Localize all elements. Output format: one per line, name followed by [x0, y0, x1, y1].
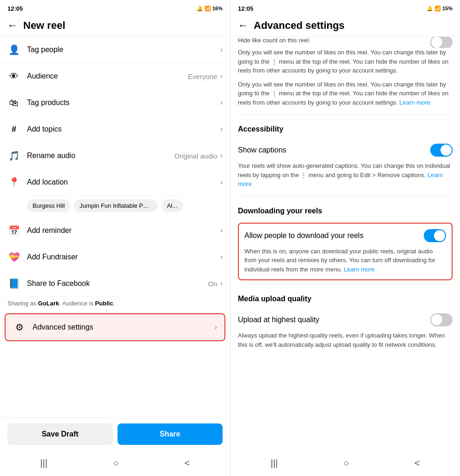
accessibility-title: Accessibility — [238, 118, 453, 137]
nav-lines-left[interactable]: ||| — [40, 458, 48, 469]
menu-item-add-fundraiser[interactable]: 💝 Add Fundraiser › — [0, 244, 230, 271]
audience-icon: 👁 — [7, 70, 20, 83]
downloading-title: Downloading your reels — [238, 199, 453, 219]
audience-value: Everyone — [188, 73, 217, 80]
menu-item-add-topics[interactable]: # Add topics › — [0, 116, 230, 143]
add-topics-label: Add topics — [27, 125, 220, 133]
divider-3 — [238, 284, 453, 284]
menu-item-tag-products[interactable]: 🛍 Tag products › — [0, 90, 230, 116]
menu-item-tag-people[interactable]: 👤 Tag people › — [0, 37, 230, 63]
divider-2 — [238, 196, 453, 197]
menu-item-audience[interactable]: 👁 Audience Everyone › — [0, 63, 230, 90]
nav-circle-left[interactable]: ○ — [113, 458, 118, 469]
menu-item-advanced-settings[interactable]: ⚙ Advanced settings › — [5, 313, 225, 341]
add-topics-icon: # — [7, 123, 20, 136]
learn-more-2-link[interactable]: Learn more — [238, 172, 443, 188]
battery-pct-right: 15% — [442, 6, 453, 11]
allow-download-toggle[interactable] — [424, 229, 446, 242]
share-facebook-icon: 📘 — [7, 277, 20, 290]
location-tag-1[interactable]: Burgess Hill — [27, 199, 70, 212]
rename-audio-icon: 🎵 — [7, 149, 20, 162]
tag-people-icon: 👤 — [7, 43, 20, 56]
nav-bar-right: ||| ○ < — [230, 452, 460, 476]
left-panel: 12:05 🔔 📶 16% ← New reel 👤 Tag people › … — [0, 0, 230, 476]
advanced-settings-label: Advanced settings — [33, 323, 215, 331]
menu-item-add-location[interactable]: 📍 Add location › — [0, 169, 230, 196]
nav-back-right[interactable]: < — [414, 458, 420, 469]
allow-download-box: Allow people to download your reels When… — [238, 223, 453, 281]
location-tag-3[interactable]: Al... — [161, 199, 183, 212]
share-facebook-chevron: › — [220, 279, 223, 288]
nav-circle-right[interactable]: ○ — [343, 458, 349, 469]
back-button-right[interactable]: ← — [238, 20, 248, 32]
nav-lines-right[interactable]: ||| — [270, 458, 278, 469]
nav-back-left[interactable]: < — [184, 458, 190, 469]
upload-quality-toggle[interactable] — [430, 313, 453, 326]
share-facebook-value: On — [208, 280, 217, 288]
tag-products-chevron: › — [220, 99, 223, 107]
hide-likes-toggle[interactable] — [430, 37, 453, 48]
add-reminder-icon: 📅 — [7, 224, 20, 237]
rename-audio-label: Rename audio — [27, 152, 174, 160]
rename-audio-chevron: › — [220, 152, 223, 160]
allow-download-label: Allow people to download your reels — [244, 231, 418, 240]
learn-more-3-link[interactable]: Learn more — [344, 266, 375, 273]
page-title-right: Advanced settings — [254, 20, 345, 32]
captions-description: Your reels will show auto-generated capt… — [238, 161, 453, 193]
save-draft-button[interactable]: Save Draft — [7, 423, 113, 445]
add-fundraiser-label: Add Fundraiser — [27, 253, 220, 261]
status-bar-left: 12:05 🔔 📶 16% — [0, 0, 230, 15]
nav-bar-left: ||| ○ < — [0, 452, 230, 476]
menu-item-share-facebook[interactable]: 📘 Share to Facebook On › — [0, 271, 230, 297]
tag-people-chevron: › — [220, 46, 223, 54]
status-icons-left: 🔔 📶 16% — [197, 6, 223, 12]
add-fundraiser-chevron: › — [220, 253, 223, 261]
menu-item-add-reminder[interactable]: 📅 Add reminder › — [0, 218, 230, 244]
audience-label: Audience — [27, 72, 188, 80]
tag-people-label: Tag people — [27, 46, 220, 54]
likes-description: Only you will see the number of likes on… — [238, 48, 453, 80]
back-button-left[interactable]: ← — [7, 20, 18, 32]
status-time-left: 12:05 — [7, 5, 23, 12]
show-captions-toggle[interactable] — [430, 144, 453, 157]
share-facebook-label: Share to Facebook — [27, 279, 208, 288]
sharing-note: Sharing as GoLark. Audience is Public. — [0, 297, 230, 311]
bottom-actions: Save Draft Share — [0, 417, 230, 452]
battery-icon-left: 🔔 — [197, 6, 203, 12]
left-header: ← New reel — [0, 15, 230, 37]
advanced-settings-chevron: › — [215, 323, 217, 331]
audience-chevron: › — [220, 72, 223, 80]
tag-products-icon: 🛍 — [7, 96, 20, 109]
divider-1 — [238, 114, 453, 115]
quality-description: Always upload the highest-quality reels,… — [238, 331, 453, 354]
location-tag-2[interactable]: Jumpin Fun Inflatable Par... — [74, 199, 158, 212]
status-time-right: 12:05 — [238, 5, 253, 12]
right-header: ← Advanced settings — [230, 15, 460, 37]
learn-more-1-link[interactable]: Learn more — [400, 99, 430, 106]
upload-quality-label: Upload at highest quality — [238, 316, 425, 324]
settings-content: Hide like count on this reel. Only you w… — [230, 37, 460, 452]
menu-list-left: 👤 Tag people › 👁 Audience Everyone › 🛍 T… — [0, 37, 230, 417]
battery-pct-left: 16% — [212, 6, 223, 11]
upload-quality-row: Upload at highest quality — [238, 307, 453, 331]
add-location-chevron: › — [220, 178, 223, 186]
add-fundraiser-icon: 💝 — [7, 251, 20, 264]
menu-item-rename-audio[interactable]: 🎵 Rename audio Original audio › — [0, 143, 230, 169]
add-reminder-chevron: › — [220, 226, 223, 235]
show-captions-row: Show captions — [238, 137, 453, 161]
add-topics-chevron: › — [220, 125, 223, 133]
page-title-left: New reel — [23, 20, 66, 32]
location-tags-container: Burgess Hill Jumpin Fun Inflatable Par..… — [0, 196, 230, 218]
allow-download-row: Allow people to download your reels — [244, 229, 446, 247]
right-panel: 12:05 🔔 📶 15% ← Advanced settings Hide l… — [230, 0, 460, 476]
hide-like-count-partial: Hide like count on this reel. — [238, 37, 453, 48]
status-bar-right: 12:05 🔔 📶 15% — [230, 0, 460, 15]
advanced-settings-icon: ⚙ — [13, 321, 26, 334]
battery-icon-right: 🔔 — [427, 6, 433, 12]
show-captions-label: Show captions — [238, 146, 425, 154]
signal-icon-right: 📶 — [434, 6, 441, 12]
media-quality-title: Media upload quality — [238, 287, 453, 307]
status-icons-right: 🔔 📶 15% — [427, 6, 453, 12]
share-button[interactable]: Share — [118, 423, 223, 445]
add-reminder-label: Add reminder — [27, 226, 220, 235]
